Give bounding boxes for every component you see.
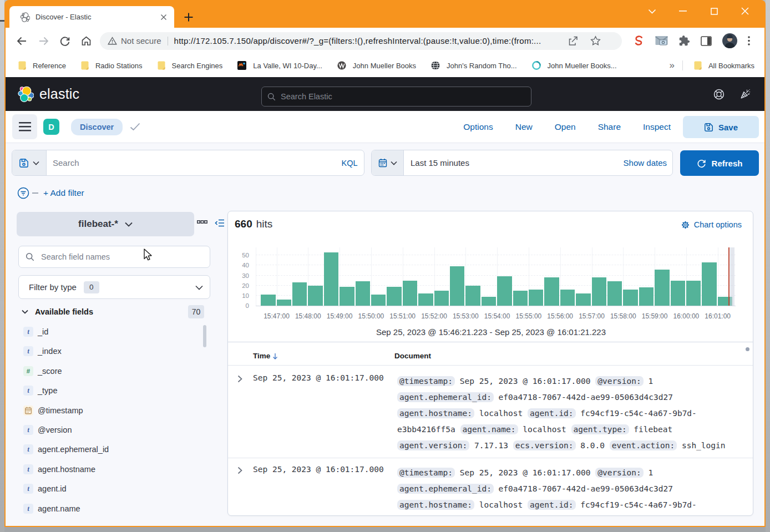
share-icon[interactable] <box>567 36 578 47</box>
filter-circle-icon[interactable] <box>17 187 29 199</box>
time-range-value[interactable]: Last 15 minutes <box>404 150 624 175</box>
query-input[interactable]: Search <box>47 150 335 175</box>
histogram-bar[interactable] <box>356 281 371 306</box>
boxes-horizontal-icon[interactable] <box>197 220 207 224</box>
field-item-_index[interactable]: t_index <box>23 344 62 358</box>
bookmark-star-icon[interactable] <box>590 36 601 46</box>
histogram-bar[interactable] <box>403 281 418 306</box>
elastic-logo-icon[interactable] <box>17 86 34 102</box>
expand-row-icon[interactable] <box>237 375 242 383</box>
security-label[interactable]: Not secure <box>121 36 161 45</box>
histogram-bar[interactable] <box>418 293 433 306</box>
bookmark-item[interactable]: Search Engines <box>158 61 223 70</box>
histogram-bar[interactable] <box>497 276 512 306</box>
histogram-bar[interactable] <box>261 295 276 306</box>
histogram-bar[interactable] <box>450 266 465 306</box>
browser-menu-icon[interactable] <box>748 36 750 45</box>
save-button[interactable]: Save <box>683 116 759 138</box>
window-minimize-icon[interactable] <box>675 4 691 18</box>
bookmark-item[interactable]: Reference <box>18 61 66 70</box>
side-panel-icon[interactable] <box>701 36 712 46</box>
sidebar-scrollbar[interactable] <box>203 325 206 347</box>
breadcrumb-discover[interactable]: Discover <box>71 119 123 135</box>
reload-button[interactable] <box>55 32 74 50</box>
query-language-button[interactable]: KQL <box>335 150 364 175</box>
help-icon[interactable] <box>713 89 725 100</box>
show-dates-link[interactable]: Show dates <box>624 150 672 175</box>
field-item-agent.hostname[interactable]: tagent.hostname <box>23 463 95 476</box>
histogram-bar[interactable] <box>529 290 544 306</box>
filter-by-type-select[interactable]: Filter by type 0 <box>18 275 210 299</box>
bookmarks-overflow-chevron[interactable]: » <box>669 60 673 71</box>
window-maximize-icon[interactable] <box>706 4 722 18</box>
field-item-_score[interactable]: #_score <box>23 364 62 378</box>
discover-app-badge[interactable]: D <box>43 119 59 135</box>
histogram-bar[interactable] <box>292 282 307 306</box>
field-search-input[interactable]: Search field names <box>18 246 210 268</box>
field-item-agent.name[interactable]: tagent.name <box>23 502 80 515</box>
field-item-agent.id[interactable]: tagent.id <box>23 482 67 495</box>
histogram-chart[interactable] <box>256 247 736 306</box>
home-button[interactable] <box>77 32 95 50</box>
field-item-_id[interactable]: t_id <box>23 325 48 338</box>
histogram-bar[interactable] <box>308 286 323 306</box>
available-fields-header[interactable]: Available fields 70 <box>18 302 210 322</box>
saved-query-menu-button[interactable] <box>12 150 47 175</box>
window-close-icon[interactable] <box>737 4 753 18</box>
histogram-bar[interactable] <box>686 281 701 306</box>
histogram-bar[interactable] <box>592 277 607 306</box>
extension-s-icon[interactable] <box>633 35 645 47</box>
histogram-bar[interactable] <box>513 291 528 306</box>
open-link[interactable]: Open <box>555 122 576 132</box>
all-bookmarks-button[interactable]: All Bookmarks <box>694 61 754 70</box>
histogram-bar[interactable] <box>576 293 591 306</box>
field-item-@timestamp[interactable]: @timestamp <box>23 404 83 417</box>
bookmark-item[interactable]: Radio Stations <box>81 61 143 70</box>
field-item-agent.ephemeral_id[interactable]: tagent.ephemeral_id <box>23 443 109 456</box>
field-item-@version[interactable]: t@version <box>23 423 72 437</box>
histogram-bar[interactable] <box>671 281 686 306</box>
date-quick-menu-button[interactable] <box>372 150 404 175</box>
options-link[interactable]: Options <box>463 122 493 132</box>
time-column-header[interactable]: Time <box>253 352 278 360</box>
browser-tab[interactable]: Discover - Elastic <box>9 6 174 28</box>
new-tab-button[interactable] <box>183 12 194 23</box>
histogram-bar[interactable] <box>655 270 670 306</box>
add-filter-link[interactable]: + Add filter <box>43 188 84 198</box>
histogram-bar[interactable] <box>702 262 717 306</box>
histogram-bar[interactable] <box>387 287 402 306</box>
histogram-bar[interactable] <box>340 287 354 306</box>
index-pattern-switcher[interactable]: filebeat-* <box>17 212 194 236</box>
extension-mail-icon[interactable] <box>655 36 668 46</box>
extensions-puzzle-icon[interactable] <box>678 35 690 47</box>
not-secure-warning-icon[interactable] <box>108 37 117 45</box>
field-item-_type[interactable]: t_type <box>23 384 57 397</box>
histogram-bar[interactable] <box>544 277 559 306</box>
menu-hamburger-icon[interactable] <box>12 114 37 139</box>
histogram-bar[interactable] <box>324 252 339 306</box>
histogram-bar[interactable] <box>560 290 575 306</box>
refresh-button[interactable]: Refresh <box>680 150 759 176</box>
bookmark-item[interactable]: John Mueller Books <box>337 61 416 70</box>
histogram-bar[interactable] <box>639 287 654 306</box>
table-scrollbar[interactable] <box>746 347 749 351</box>
bookmark-item[interactable]: John Mueller Books... <box>532 61 617 70</box>
histogram-bar[interactable] <box>371 295 386 306</box>
bookmark-item[interactable]: John's Random Tho... <box>431 61 517 70</box>
chart-options-button[interactable]: Chart options <box>681 220 742 229</box>
address-bar[interactable]: Not secure http://172.105.7.150/app/disc… <box>100 32 622 50</box>
new-link[interactable]: New <box>515 122 533 132</box>
histogram-bar[interactable] <box>623 290 638 306</box>
tab-close-icon[interactable] <box>159 12 169 22</box>
inspect-link[interactable]: Inspect <box>643 122 671 132</box>
histogram-bar[interactable] <box>277 300 292 306</box>
collapse-sidebar-icon[interactable] <box>215 219 225 227</box>
back-button[interactable] <box>12 32 31 50</box>
bookmark-item[interactable]: La Valle, WI 10-Day... <box>237 61 322 70</box>
forward-button[interactable] <box>34 32 53 50</box>
histogram-bar[interactable] <box>434 291 449 306</box>
histogram-bar[interactable] <box>607 281 622 306</box>
global-search-input[interactable]: Search Elastic <box>261 87 531 107</box>
expand-row-icon[interactable] <box>237 467 242 474</box>
histogram-bar[interactable] <box>482 297 497 306</box>
